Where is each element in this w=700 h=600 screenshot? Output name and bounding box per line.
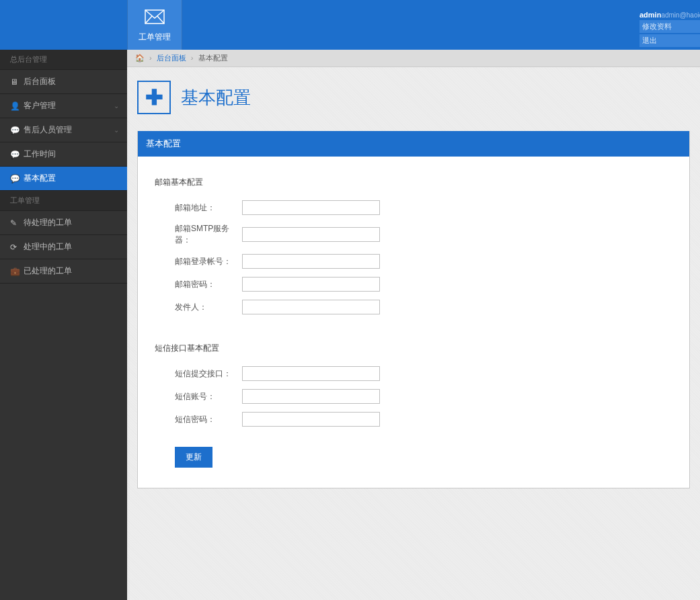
sidebar-item-dashboard[interactable]: 🖥 后台面板 <box>0 70 127 94</box>
comment-icon: 💬 <box>10 126 24 135</box>
breadcrumb-separator: › <box>149 54 152 62</box>
sidebar-item-label: 售后人员管理 <box>24 124 72 136</box>
main-content: 🏠 › 后台面板 › 基本配置 ✚ 基本配置 基本配置 邮箱基本配置 邮箱地址：… <box>127 50 700 600</box>
sidebar-item-label: 处理中的工单 <box>24 241 72 253</box>
form-row: 邮箱地址： <box>155 200 672 215</box>
input-email-password[interactable] <box>242 277 380 292</box>
comment-icon: 💬 <box>10 150 24 159</box>
sidebar: 总后台管理 🖥 后台面板 👤 客户管理 ⌄ 💬 售后人员管理 ⌄ 💬 工作时间 … <box>0 50 127 600</box>
plus-icon: ✚ <box>137 81 171 114</box>
input-sms-api[interactable] <box>242 366 380 381</box>
sidebar-item-staff[interactable]: 💬 售后人员管理 ⌄ <box>0 118 127 142</box>
logout-link[interactable]: 退出 <box>639 34 700 47</box>
sidebar-item-label: 基本配置 <box>24 173 56 184</box>
user-icon: 👤 <box>10 101 24 111</box>
form-row: 邮箱SMTP服务器： <box>155 223 672 246</box>
home-icon[interactable]: 🏠 <box>135 54 145 62</box>
page-title: 基本配置 <box>181 86 251 110</box>
label-sms-api: 短信提交接口： <box>155 368 242 380</box>
settings-card: 基本配置 邮箱基本配置 邮箱地址： 邮箱SMTP服务器： 邮箱登录帐号： 邮箱密… <box>137 131 690 488</box>
header-spacer <box>0 0 127 50</box>
label-email-password: 邮箱密码： <box>155 279 242 290</box>
sidebar-item-label: 客户管理 <box>24 100 56 112</box>
section-email-title: 邮箱基本配置 <box>155 177 672 188</box>
form-row: 邮箱密码： <box>155 277 672 292</box>
sidebar-section-admin: 总后台管理 <box>0 50 127 70</box>
header-tab-label: 工单管理 <box>139 32 171 43</box>
card-body: 邮箱基本配置 邮箱地址： 邮箱SMTP服务器： 邮箱登录帐号： 邮箱密码： 发件… <box>138 157 689 488</box>
breadcrumb-current: 基本配置 <box>198 54 228 62</box>
form-row: 短信提交接口： <box>155 366 672 381</box>
refresh-icon: ⟳ <box>10 243 24 252</box>
input-email-address[interactable] <box>242 200 380 215</box>
sidebar-item-processing[interactable]: ⟳ 处理中的工单 <box>0 235 127 259</box>
chevron-down-icon: ⌄ <box>114 126 119 134</box>
sidebar-item-settings[interactable]: 💬 基本配置 <box>0 167 127 191</box>
sidebar-item-label: 后台面板 <box>24 76 56 87</box>
user-name: admin <box>639 11 661 19</box>
laptop-icon: 🖥 <box>10 77 24 87</box>
sidebar-item-label: 工作时间 <box>24 148 56 160</box>
header-tab-tickets[interactable]: 工单管理 <box>127 0 182 50</box>
briefcase-icon: 💼 <box>10 267 24 276</box>
input-sms-password[interactable] <box>242 412 380 427</box>
mail-icon <box>145 7 165 29</box>
label-email-account: 邮箱登录帐号： <box>155 256 242 267</box>
input-smtp-server[interactable] <box>242 227 380 242</box>
input-email-account[interactable] <box>242 254 380 269</box>
app-header: 工单管理 adminadmin@haoid.cn 修改资料 退出 <box>0 0 700 50</box>
form-row: 邮箱登录帐号： <box>155 254 672 269</box>
card-header: 基本配置 <box>138 131 689 157</box>
edit-profile-link[interactable]: 修改资料 <box>639 20 700 33</box>
sidebar-item-worktime[interactable]: 💬 工作时间 <box>0 142 127 167</box>
form-row: 短信密码： <box>155 412 672 427</box>
user-email: admin@haoid.cn <box>661 11 700 19</box>
breadcrumb-dashboard-link[interactable]: 后台面板 <box>157 54 186 62</box>
sidebar-item-label: 待处理的工单 <box>24 217 72 228</box>
sidebar-section-tickets: 工单管理 <box>0 191 127 211</box>
input-sender[interactable] <box>242 300 380 314</box>
user-box: adminadmin@haoid.cn 修改资料 退出 <box>639 11 700 47</box>
sidebar-item-customers[interactable]: 👤 客户管理 ⌄ <box>0 94 127 118</box>
breadcrumb: 🏠 › 后台面板 › 基本配置 <box>127 50 700 67</box>
sidebar-item-pending[interactable]: ✎ 待处理的工单 <box>0 211 127 235</box>
label-sms-account: 短信账号： <box>155 391 242 402</box>
sidebar-item-label: 已处理的工单 <box>24 265 72 277</box>
submit-button[interactable]: 更新 <box>175 447 212 468</box>
label-sender: 发件人： <box>155 302 242 313</box>
label-sms-password: 短信密码： <box>155 414 242 425</box>
chevron-down-icon: ⌄ <box>114 102 119 110</box>
sidebar-item-done[interactable]: 💼 已处理的工单 <box>0 259 127 284</box>
comment-icon: 💬 <box>10 174 24 183</box>
form-row: 短信账号： <box>155 389 672 404</box>
page-title-container: ✚ 基本配置 <box>127 67 700 131</box>
form-row: 发件人： <box>155 300 672 314</box>
label-email-address: 邮箱地址： <box>155 202 242 214</box>
label-smtp-server: 邮箱SMTP服务器： <box>155 223 242 246</box>
section-sms-title: 短信接口基本配置 <box>155 343 672 354</box>
input-sms-account[interactable] <box>242 389 380 404</box>
breadcrumb-separator: › <box>191 54 194 62</box>
pencil-icon: ✎ <box>10 218 24 228</box>
